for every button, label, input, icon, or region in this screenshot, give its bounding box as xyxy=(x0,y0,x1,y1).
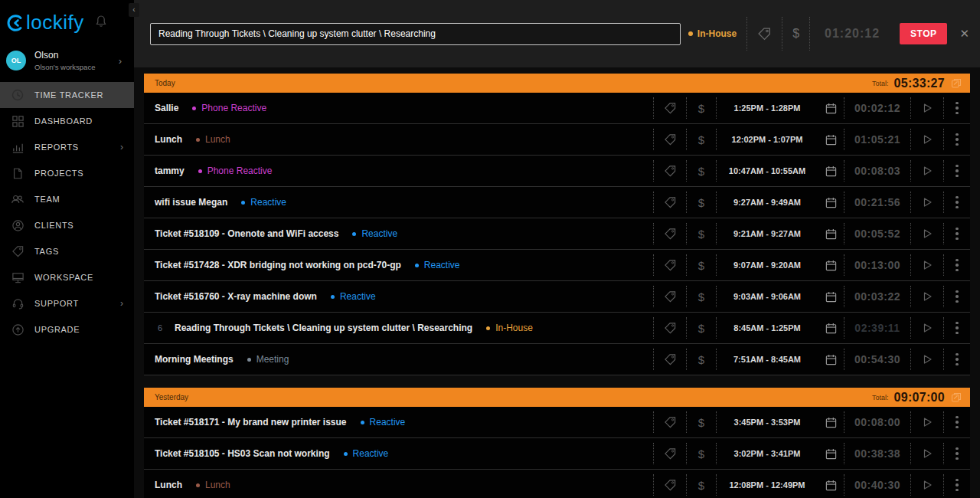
calendar-icon[interactable] xyxy=(818,93,844,123)
tag-icon[interactable] xyxy=(654,218,686,249)
kebab-menu-icon[interactable] xyxy=(944,250,970,280)
entry-project-selector[interactable]: Reactive xyxy=(344,448,389,459)
entry-project-selector[interactable]: Reactive xyxy=(331,291,376,302)
topbar-project-selector[interactable]: In-House xyxy=(688,28,737,39)
play-icon[interactable] xyxy=(911,156,943,186)
entry-duration[interactable]: 00:54:30 xyxy=(844,344,910,375)
billable-dollar-icon[interactable]: $ xyxy=(687,470,716,498)
play-icon[interactable] xyxy=(911,281,943,312)
time-entry-row[interactable]: Sallie Phone Reactive $ 1:25PM - 1:28PM … xyxy=(144,93,970,124)
sidebar-item-clients[interactable]: CLIENTS xyxy=(0,212,134,238)
calendar-icon[interactable] xyxy=(818,218,844,249)
sidebar-item-upgrade[interactable]: UPGRADE xyxy=(0,316,134,342)
entry-time-range[interactable]: 9:27AM - 9:49AM xyxy=(717,187,818,218)
time-entry-row[interactable]: tammy Phone Reactive $ 10:47AM - 10:55AM… xyxy=(144,156,970,187)
entry-description[interactable]: Lunch xyxy=(155,480,182,490)
edit-total-icon[interactable] xyxy=(950,77,962,90)
entry-duration[interactable]: 00:08:00 xyxy=(844,407,910,437)
notifications-bell-icon[interactable] xyxy=(95,15,107,31)
kebab-menu-icon[interactable] xyxy=(944,124,970,155)
calendar-icon[interactable] xyxy=(818,470,844,498)
entry-project-selector[interactable]: Reactive xyxy=(352,228,397,239)
billable-dollar-icon[interactable]: $ xyxy=(687,156,716,186)
kebab-menu-icon[interactable] xyxy=(944,218,970,249)
tag-icon[interactable] xyxy=(654,313,686,343)
sidebar-item-workspace[interactable]: WORKSPACE xyxy=(0,264,134,290)
play-icon[interactable] xyxy=(911,218,943,249)
billable-dollar-icon[interactable]: $ xyxy=(687,250,716,280)
entry-description[interactable]: Reading Through Tickets \ Cleaning up sy… xyxy=(175,323,472,333)
kebab-menu-icon[interactable] xyxy=(944,438,970,469)
entry-time-range[interactable]: 12:08PM - 12:49PM xyxy=(717,470,818,498)
calendar-icon[interactable] xyxy=(818,344,844,375)
billable-dollar-icon[interactable]: $ xyxy=(687,344,716,375)
tag-icon[interactable] xyxy=(654,124,686,155)
play-icon[interactable] xyxy=(911,124,943,155)
kebab-menu-icon[interactable] xyxy=(944,313,970,343)
calendar-icon[interactable] xyxy=(818,407,844,437)
calendar-icon[interactable] xyxy=(818,124,844,155)
sidebar-item-team[interactable]: TEAM xyxy=(0,186,134,212)
entry-project-selector[interactable]: Reactive xyxy=(361,417,406,428)
time-entry-row[interactable]: Ticket #516760 - X-ray machine down Reac… xyxy=(144,281,970,313)
billable-dollar-icon[interactable]: $ xyxy=(687,407,716,437)
entry-duration[interactable]: 00:02:12 xyxy=(844,93,910,123)
tag-icon[interactable] xyxy=(654,93,686,123)
calendar-icon[interactable] xyxy=(818,187,844,218)
kebab-menu-icon[interactable] xyxy=(944,156,970,186)
time-entry-row[interactable]: 6 Reading Through Tickets \ Cleaning up … xyxy=(144,313,970,344)
tag-icon[interactable] xyxy=(654,344,686,375)
entry-description[interactable]: Lunch xyxy=(155,134,182,145)
billable-dollar-icon[interactable]: $ xyxy=(687,124,716,155)
tag-icon[interactable] xyxy=(654,250,686,280)
billable-dollar-icon[interactable]: $ xyxy=(687,438,716,469)
play-icon[interactable] xyxy=(911,438,943,469)
tag-icon[interactable] xyxy=(654,156,686,186)
entry-duration[interactable]: 00:40:30 xyxy=(844,470,910,498)
sidebar-item-tags[interactable]: TAGS xyxy=(0,238,134,264)
billable-dollar-icon[interactable]: $ xyxy=(687,187,716,218)
entry-time-range[interactable]: 1:25PM - 1:28PM xyxy=(717,93,818,123)
billable-dollar-icon[interactable]: $ xyxy=(792,27,799,41)
entry-description[interactable]: Ticket #516760 - X-ray machine down xyxy=(155,291,317,302)
entry-project-selector[interactable]: Lunch xyxy=(196,480,230,490)
entry-time-range[interactable]: 9:07AM - 9:20AM xyxy=(717,250,818,280)
sidebar-item-dashboard[interactable]: DASHBOARD xyxy=(0,108,134,134)
kebab-menu-icon[interactable] xyxy=(944,281,970,312)
entry-project-selector[interactable]: Phone Reactive xyxy=(192,103,266,113)
edit-total-icon[interactable] xyxy=(950,392,962,404)
calendar-icon[interactable] xyxy=(818,438,844,469)
entry-description[interactable]: Morning Meetings xyxy=(155,354,234,365)
billable-dollar-icon[interactable]: $ xyxy=(687,93,716,123)
billable-dollar-icon[interactable]: $ xyxy=(687,313,716,343)
play-icon[interactable] xyxy=(911,250,943,280)
entry-time-range[interactable]: 8:45AM - 1:25PM xyxy=(717,313,818,343)
kebab-menu-icon[interactable] xyxy=(944,187,970,218)
tag-icon[interactable] xyxy=(654,187,686,218)
time-entry-row[interactable]: Ticket #518109 - Onenote and WiFi access… xyxy=(144,218,970,250)
play-icon[interactable] xyxy=(911,313,943,343)
calendar-icon[interactable] xyxy=(818,156,844,186)
entry-group-count[interactable]: 6 xyxy=(155,323,165,333)
entry-description[interactable]: wifi issue Megan xyxy=(155,197,227,208)
time-entry-row[interactable]: Lunch Lunch $ 12:02PM - 1:07PM 01:05:21 xyxy=(144,124,970,156)
entry-time-range[interactable]: 9:21AM - 9:27AM xyxy=(717,218,818,249)
time-entry-description-input[interactable] xyxy=(150,23,681,45)
kebab-menu-icon[interactable] xyxy=(944,470,970,498)
entry-description[interactable]: Ticket #518109 - Onenote and WiFi access xyxy=(155,228,338,239)
play-icon[interactable] xyxy=(911,187,943,218)
entry-time-range[interactable]: 9:03AM - 9:06AM xyxy=(717,281,818,312)
entry-time-range[interactable]: 10:47AM - 10:55AM xyxy=(717,156,818,186)
entry-time-range[interactable]: 3:45PM - 3:53PM xyxy=(717,407,818,437)
entry-time-range[interactable]: 12:02PM - 1:07PM xyxy=(717,124,818,155)
entry-project-selector[interactable]: Reactive xyxy=(415,260,460,270)
entry-duration[interactable]: 00:13:00 xyxy=(844,250,910,280)
play-icon[interactable] xyxy=(911,344,943,375)
clockify-logo[interactable]: lockify xyxy=(6,11,84,34)
entry-duration[interactable]: 00:21:56 xyxy=(844,187,910,218)
entry-time-range[interactable]: 7:51AM - 8:45AM xyxy=(717,344,818,375)
entry-project-selector[interactable]: Phone Reactive xyxy=(198,165,273,176)
sidebar-item-reports[interactable]: REPORTS › xyxy=(0,134,134,160)
entry-duration[interactable]: 02:39:11 xyxy=(844,313,910,343)
tag-icon[interactable] xyxy=(654,407,686,437)
